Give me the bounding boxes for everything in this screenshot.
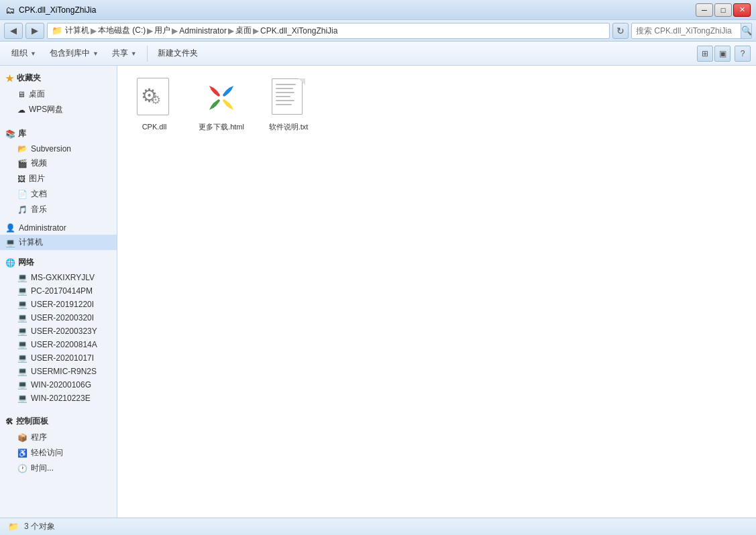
sidebar-item-administrator[interactable]: 👤 Administrator <box>0 221 117 235</box>
library-header[interactable]: 📚 库 <box>0 125 117 142</box>
file-item-cpk-dll[interactable]: ⚙ ⚙ CPK.dll <box>124 72 184 135</box>
sidebar-item-wps[interactable]: ☁ WPS网盘 <box>0 102 117 117</box>
sidebar-item-usermic[interactable]: 💻 USERMIC-R9N2S <box>0 365 117 378</box>
share-button[interactable]: 共享 ▼ <box>106 44 143 63</box>
breadcrumb-part-6[interactable]: CPK.dll_XiTongZhiJia <box>260 26 337 36</box>
control-panel-icon: 🛠 <box>5 417 13 426</box>
control-panel-header[interactable]: 🛠 控制面板 <box>0 413 117 430</box>
view-controls: ⊞ ▣ ? <box>697 46 751 62</box>
share-dropdown-arrow: ▼ <box>131 50 137 57</box>
sidebar-item-accessibility[interactable]: ♿ 轻松访问 <box>0 445 117 461</box>
breadcrumb-part-5[interactable]: 桌面 <box>235 25 252 36</box>
search-input[interactable] <box>632 26 741 36</box>
search-box: 🔍 <box>631 23 752 39</box>
sidebar-item-user-20200814[interactable]: 💻 USER-20200814A <box>0 338 117 351</box>
maximize-button[interactable]: □ <box>714 3 732 17</box>
sidebar-item-programs[interactable]: 📦 程序 <box>0 430 117 445</box>
breadcrumb-part-1[interactable]: 计算机 <box>65 25 89 36</box>
file-label-cpk-dll: CPK.dll <box>142 122 167 131</box>
usermic-icon: 💻 <box>17 367 28 376</box>
user-20200814-label: USER-20200814A <box>31 340 97 349</box>
network-header[interactable]: 🌐 网络 <box>0 254 117 271</box>
title-bar-left: 🗂 CPK.dll_XiTongZhiJia <box>5 5 96 15</box>
time-label: 时间... <box>31 463 54 474</box>
panel-icon-button[interactable]: ▣ <box>714 46 731 62</box>
status-count: 3 个对象 <box>24 521 55 532</box>
network-label: 网络 <box>18 257 34 268</box>
sidebar-item-time[interactable]: 🕐 时间... <box>0 461 117 476</box>
sidebar-item-user-20200323[interactable]: 💻 USER-20200323Y <box>0 324 117 338</box>
library-icon: 📚 <box>5 129 15 139</box>
file-item-txt[interactable]: 软件说明.txt <box>258 72 319 135</box>
win-2021-icon: 💻 <box>17 394 28 403</box>
sidebar-item-win-2021[interactable]: 💻 WIN-20210223E <box>0 392 117 405</box>
address-bar: ◀ ▶ 📁 计算机 ▶ 本地磁盘 (C:) ▶ 用户 ▶ Administrat… <box>0 20 756 42</box>
sidebar-item-subversion[interactable]: 📂 Subversion <box>0 142 117 156</box>
breadcrumb-sep-4: ▶ <box>228 26 234 36</box>
file-icon-html <box>200 76 243 119</box>
sidebar-item-music[interactable]: 🎵 音乐 <box>0 202 117 217</box>
back-button[interactable]: ◀ <box>4 23 23 39</box>
file-item-html[interactable]: 更多下载.html <box>191 72 252 135</box>
sidebar-item-user-20201017[interactable]: 💻 USER-20201017I <box>0 351 117 365</box>
file-icon-txt <box>267 76 310 119</box>
title-bar-buttons: ─ □ ✕ <box>696 3 751 17</box>
music-icon: 🎵 <box>17 205 28 215</box>
txt-line-3 <box>276 92 294 93</box>
help-button[interactable]: ? <box>735 46 751 62</box>
sidebar-item-user-20200320[interactable]: 💻 USER-20200320I <box>0 311 117 324</box>
status-folder-icon: 📁 <box>8 522 19 532</box>
txt-line-1 <box>276 84 296 85</box>
search-button[interactable]: 🔍 <box>741 23 752 39</box>
admin-label: Administrator <box>19 223 66 233</box>
wps-label: WPS网盘 <box>29 104 63 115</box>
sidebar-item-pictures[interactable]: 🖼 图片 <box>0 171 117 186</box>
control-panel-section: 🛠 控制面板 📦 程序 ♿ 轻松访问 🕐 时间... <box>0 409 117 480</box>
sidebar-item-user-2019[interactable]: 💻 USER-20191220I <box>0 298 117 311</box>
breadcrumb[interactable]: 📁 计算机 ▶ 本地磁盘 (C:) ▶ 用户 ▶ Administrator ▶… <box>47 23 610 39</box>
sidebar-item-win-2020[interactable]: 💻 WIN-20200106G <box>0 378 117 392</box>
minimize-button[interactable]: ─ <box>696 3 713 17</box>
txt-lines <box>276 84 296 105</box>
organize-button[interactable]: 组织 ▼ <box>5 44 42 63</box>
breadcrumb-sep-5: ▶ <box>253 26 259 36</box>
share-label: 共享 <box>112 48 128 59</box>
svg-point-1 <box>219 95 224 101</box>
forward-button[interactable]: ▶ <box>25 23 44 39</box>
close-button[interactable]: ✕ <box>733 3 751 17</box>
user-2019-label: USER-20191220I <box>31 300 94 309</box>
sidebar: ★ 收藏夹 🖥 桌面 ☁ WPS网盘 📚 库 📂 Subversion <box>0 66 117 518</box>
dll-icon: ⚙ ⚙ <box>136 78 173 118</box>
breadcrumb-part-4[interactable]: Administrator <box>179 26 227 36</box>
user-20200323-icon: 💻 <box>17 326 28 336</box>
sidebar-item-ms-gx[interactable]: 💻 MS-GXKIXRYJLV <box>0 271 117 284</box>
ms-gx-label: MS-GXKIXRYJLV <box>31 273 95 282</box>
toolbar-separator <box>147 46 148 62</box>
favorites-header[interactable]: ★ 收藏夹 <box>0 70 117 86</box>
include-in-lib-button[interactable]: 包含到库中 ▼ <box>44 44 105 63</box>
win-2020-label: WIN-20200106G <box>31 380 91 390</box>
control-panel-label: 控制面板 <box>16 416 48 427</box>
new-folder-button[interactable]: 新建文件夹 <box>152 44 204 63</box>
new-folder-label: 新建文件夹 <box>158 48 198 59</box>
breadcrumb-part-2[interactable]: 本地磁盘 (C:) <box>98 25 146 36</box>
breadcrumb-part-3[interactable]: 用户 <box>154 25 170 36</box>
sidebar-item-computer[interactable]: 💻 计算机 <box>0 235 117 250</box>
refresh-button[interactable]: ↻ <box>612 23 629 39</box>
sidebar-item-video[interactable]: 🎬 视频 <box>0 156 117 171</box>
desktop-label: 桌面 <box>29 88 45 100</box>
txt-line-4 <box>276 96 290 97</box>
organize-label: 组织 <box>11 48 28 59</box>
user-20200323-label: USER-20200323Y <box>31 326 97 336</box>
sidebar-item-desktop[interactable]: 🖥 桌面 <box>0 86 117 102</box>
user-20200814-icon: 💻 <box>17 340 28 349</box>
programs-label: 程序 <box>31 432 47 443</box>
view-icon-button[interactable]: ⊞ <box>697 46 713 62</box>
sidebar-item-docs[interactable]: 📄 文档 <box>0 186 117 202</box>
network-section: 🌐 网络 💻 MS-GXKIXRYJLV 💻 PC-20170414PM 💻 U… <box>0 250 117 409</box>
sidebar-item-pc-2017[interactable]: 💻 PC-20170414PM <box>0 284 117 298</box>
window-icon: 🗂 <box>5 5 15 15</box>
library-label: 库 <box>18 128 26 139</box>
breadcrumb-sep-1: ▶ <box>91 26 97 36</box>
user-20201017-label: USER-20201017I <box>31 353 94 363</box>
